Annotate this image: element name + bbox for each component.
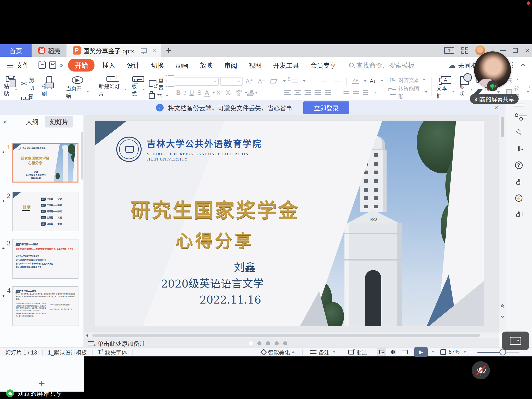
vertical-scrollbar[interactable]	[500, 115, 505, 332]
line-spacing-icon[interactable]	[363, 90, 368, 95]
slide-thumbnail-1[interactable]: 吉林大学公共外语教育学院 研究生国家奖学金 心得分享 刘鑫 2020级英语语言文…	[13, 143, 78, 183]
change-case-icon[interactable]: AB	[352, 78, 359, 84]
increase-indent-icon[interactable]	[331, 80, 341, 82]
ribbon-tab-view[interactable]: 视图	[243, 61, 267, 70]
reset-button[interactable]: 重置	[147, 75, 170, 92]
tab-document[interactable]: P 国奖分享金子.pptx ×	[66, 44, 161, 57]
align-text-button[interactable]: [⇅]对齐文本	[388, 75, 429, 84]
microphone-muted-button[interactable]	[472, 361, 490, 379]
bold-button[interactable]: B	[175, 89, 183, 96]
font-family-combo[interactable]	[175, 77, 219, 86]
numbered-list-icon[interactable]	[289, 79, 298, 83]
close-window-button[interactable]: ×	[525, 46, 530, 55]
subscript-button[interactable]: X₂	[224, 89, 234, 96]
login-now-button[interactable]: 立即登录	[303, 101, 349, 114]
vertical-scroll-thumb[interactable]	[501, 116, 504, 137]
slide-title[interactable]: 研究生国家奖学金 心得分享	[110, 195, 320, 252]
present-mode-icon[interactable]	[141, 48, 147, 53]
slide-canvas[interactable]: 1998 吉林大学公共外语教育学院 SCHOOL OF FOREIGN LANG…	[84, 115, 500, 332]
slide-byline[interactable]: 刘鑫 2020级英语语言文学 2022.11.16	[121, 260, 303, 308]
reference-book-icon[interactable]	[518, 212, 519, 216]
previous-slide-button[interactable]	[500, 304, 505, 310]
command-search[interactable]: 查找命令、搜索模板	[349, 61, 414, 70]
align-center-icon[interactable]	[294, 90, 301, 95]
file-menu[interactable]: 文件	[0, 61, 35, 70]
new-tab-button[interactable]: +	[161, 44, 177, 57]
more-quick-actions-icon[interactable]: »	[60, 62, 63, 69]
help-icon[interactable]: ?	[515, 161, 523, 169]
next-slide-button[interactable]	[500, 316, 505, 322]
paste-button[interactable]: 粘贴	[1, 75, 20, 98]
zoom-out-button[interactable]: −	[468, 347, 473, 357]
ribbon-tab-review[interactable]: 审阅	[218, 61, 243, 70]
more-options-icon[interactable]	[512, 62, 513, 68]
close-tab-icon[interactable]: ×	[153, 47, 157, 54]
underline-button[interactable]: U	[188, 89, 196, 96]
inspiration-bulb-icon[interactable]: ⚡	[515, 195, 522, 202]
missing-font-warning[interactable]: T? 缺失字体	[93, 348, 132, 356]
ribbon-tab-member[interactable]: 会员专享	[304, 61, 342, 70]
tab-home[interactable]: 首页	[0, 44, 32, 57]
highlight-icon[interactable]	[247, 93, 254, 96]
strikethrough-button[interactable]: S	[196, 89, 203, 96]
superscript-button[interactable]: X²	[215, 89, 224, 96]
font-size-combo[interactable]	[220, 77, 243, 86]
align-right-icon[interactable]	[304, 90, 311, 95]
fit-slide-icon[interactable]	[440, 349, 446, 355]
format-painter-button[interactable]: 格式刷	[39, 75, 59, 98]
section-button[interactable]: 节	[147, 92, 170, 100]
scroll-left-arrow[interactable]	[86, 334, 88, 337]
slide-sorter-view-button[interactable]	[389, 348, 398, 356]
resources-icon[interactable]	[518, 180, 519, 184]
present-window-icon[interactable]	[518, 147, 519, 151]
minimize-button[interactable]	[500, 50, 506, 51]
ribbon-tab-slideshow[interactable]: 放映	[194, 61, 218, 70]
shrink-font-button[interactable]: A⁻	[256, 78, 267, 85]
workspace-grid-icon[interactable]	[462, 47, 468, 54]
play-from-current-button[interactable]: ▶ 当页开始	[64, 75, 91, 98]
text-direction-icon[interactable]: A↓	[370, 78, 376, 84]
slide-thumbnail-2[interactable]: 目录 01 学习篇——突破 02 工作篇——踏实 03 科研篇——耕耘 04 实…	[13, 192, 78, 231]
smart-graphic-button[interactable]: 转智能图形	[388, 84, 429, 100]
new-slide-button[interactable]: 新建幻灯片	[96, 75, 129, 98]
save-icon[interactable]	[38, 62, 46, 69]
tab-outline[interactable]: 大纲	[21, 116, 43, 127]
font-color-button[interactable]: A	[203, 89, 210, 96]
horizontal-scroll-thumb[interactable]	[92, 334, 480, 337]
output-icon[interactable]	[49, 62, 56, 69]
ribbon-tab-devtools[interactable]: 开发工具	[267, 61, 304, 70]
slide-thumbnail-3[interactable]: 01 学习篇——突破 成绩优秀是评奖前提——确实完成老师布置的任务，认真对待每一…	[13, 239, 78, 279]
ribbon-tab-home[interactable]: 开始	[68, 59, 95, 71]
collapse-panel-icon[interactable]: «	[0, 118, 11, 125]
grow-font-button[interactable]: A⁺	[244, 78, 255, 85]
rail-drag-handle[interactable]	[513, 104, 524, 107]
increase-spacing-icon[interactable]	[343, 91, 349, 94]
close-banner-icon[interactable]: ×	[494, 103, 499, 112]
slide-thumbnail-4[interactable]: 02 工作篇——踏实 作为一名中共党员，本人政治立场坚定，无违规违纪情况，在本学…	[13, 286, 78, 326]
ribbon-tab-transition[interactable]: 切换	[145, 61, 170, 70]
justify-icon[interactable]	[315, 90, 321, 95]
ribbon-tab-design[interactable]: 设计	[121, 61, 145, 70]
decrease-indent-icon[interactable]	[317, 80, 327, 82]
decrease-spacing-icon[interactable]	[353, 91, 359, 94]
slide-editor[interactable]: 1998 吉林大学公共外语教育学院 SCHOOL OF FOREIGN LANG…	[95, 121, 484, 326]
zoom-level[interactable]: 67%	[449, 349, 460, 355]
panel-scrollbar[interactable]	[81, 132, 83, 180]
comments-button[interactable]: 批注	[343, 348, 372, 356]
notes-toggle-button[interactable]: 备注	[305, 348, 341, 356]
layout-button[interactable]: 版式	[129, 75, 147, 98]
distribute-icon[interactable]	[325, 90, 331, 95]
tab-docer[interactable]: 稻 稻壳	[32, 44, 66, 57]
beautify-star-icon[interactable]: ☆	[515, 127, 522, 136]
ribbon-tab-animation[interactable]: 动画	[170, 61, 194, 70]
toolbar-expand-icon[interactable]: ›	[528, 82, 531, 90]
restore-button[interactable]	[513, 48, 518, 53]
horizontal-scrollbar[interactable]	[84, 332, 500, 338]
cut-button[interactable]: ✂剪切	[20, 75, 39, 92]
bullet-list-icon[interactable]	[168, 75, 174, 87]
align-left-icon[interactable]	[285, 90, 291, 95]
slideshow-play-button[interactable]: ▶	[414, 347, 428, 357]
collapse-ribbon-icon[interactable]	[521, 63, 526, 68]
ribbon-tab-insert[interactable]: 插入	[96, 61, 121, 70]
zoom-in-button[interactable]: +	[524, 347, 529, 357]
